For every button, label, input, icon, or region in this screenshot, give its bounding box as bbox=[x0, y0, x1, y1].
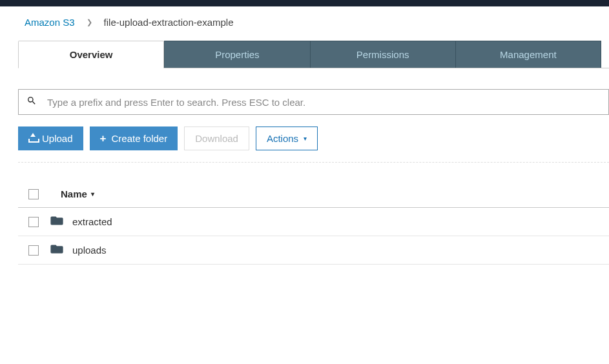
search-input[interactable] bbox=[47, 97, 601, 108]
create-folder-button[interactable]: + Create folder bbox=[90, 126, 178, 150]
upload-button-label: Upload bbox=[42, 133, 73, 144]
upload-icon bbox=[28, 134, 37, 143]
column-header-name-label: Name bbox=[61, 188, 87, 199]
search-icon bbox=[26, 96, 37, 108]
create-folder-button-label: Create folder bbox=[111, 133, 167, 144]
tab-properties[interactable]: Properties bbox=[164, 41, 309, 68]
download-button: Download bbox=[184, 126, 249, 150]
row-checkbox[interactable] bbox=[28, 217, 39, 227]
actions-button[interactable]: Actions ▾ bbox=[256, 126, 318, 150]
list-header: Name ▾ bbox=[18, 181, 609, 208]
upload-button[interactable]: Upload bbox=[18, 126, 83, 150]
tab-management[interactable]: Management bbox=[455, 41, 601, 68]
chevron-right-icon: ❯ bbox=[87, 18, 92, 26]
row-name: extracted bbox=[72, 216, 112, 227]
breadcrumb: Amazon S3 ❯ file-upload-extraction-examp… bbox=[0, 6, 609, 41]
tab-bar: Overview Properties Permissions Manageme… bbox=[18, 41, 609, 68]
folder-icon bbox=[50, 244, 63, 256]
row-name: uploads bbox=[72, 245, 107, 256]
sort-caret-icon: ▾ bbox=[91, 190, 94, 197]
breadcrumb-root-link[interactable]: Amazon S3 bbox=[25, 17, 75, 28]
object-list: Name ▾ extracted uploads bbox=[18, 181, 609, 265]
tab-overview[interactable]: Overview bbox=[18, 41, 164, 68]
select-all-checkbox[interactable] bbox=[28, 189, 39, 199]
plus-icon: + bbox=[100, 133, 107, 144]
top-nav-bar bbox=[0, 0, 609, 6]
folder-icon bbox=[50, 216, 63, 228]
download-button-label: Download bbox=[195, 133, 238, 144]
tab-permissions[interactable]: Permissions bbox=[310, 41, 455, 68]
table-row[interactable]: uploads bbox=[18, 236, 609, 265]
column-header-name[interactable]: Name ▾ bbox=[61, 188, 94, 199]
actions-button-label: Actions bbox=[267, 133, 298, 144]
toolbar: Upload + Create folder Download Actions … bbox=[18, 126, 609, 163]
table-row[interactable]: extracted bbox=[18, 208, 609, 236]
search-bar[interactable] bbox=[18, 89, 609, 115]
breadcrumb-current: file-upload-extraction-example bbox=[104, 17, 234, 28]
row-checkbox[interactable] bbox=[28, 245, 39, 256]
chevron-down-icon: ▾ bbox=[304, 135, 307, 142]
